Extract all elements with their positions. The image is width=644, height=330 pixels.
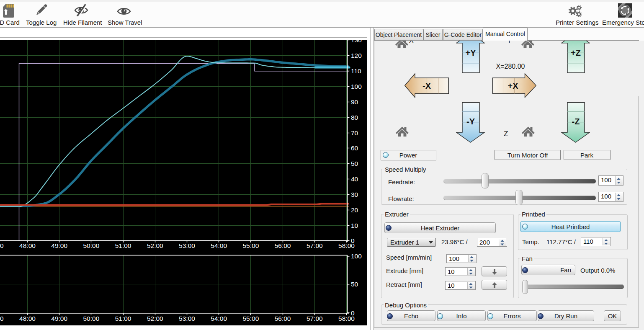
svg-text:55:00: 55:00 (243, 242, 259, 249)
svg-text:-Z: -Z (572, 117, 580, 126)
svg-text:49:00: 49:00 (51, 242, 67, 249)
svg-text:+X: +X (507, 81, 518, 90)
svg-text:50: 50 (351, 160, 358, 167)
svg-text:48:00: 48:00 (19, 242, 36, 249)
svg-text:50:00: 50:00 (83, 242, 100, 249)
svg-text:56:00: 56:00 (275, 315, 291, 322)
svg-text:51:00: 51:00 (115, 315, 131, 322)
svg-text:50: 50 (351, 281, 358, 288)
svg-text:100: 100 (351, 83, 362, 90)
svg-text:55:00: 55:00 (243, 315, 259, 322)
svg-text:130: 130 (351, 40, 362, 44)
svg-text:58:00: 58:00 (338, 315, 355, 322)
svg-text:57:00: 57:00 (307, 315, 323, 322)
svg-text:110: 110 (351, 67, 361, 75)
svg-text:90: 90 (351, 98, 358, 106)
svg-text:47:00: 47:00 (0, 242, 4, 249)
svg-text:40: 40 (351, 175, 358, 183)
svg-text:30: 30 (351, 191, 358, 198)
svg-text:80: 80 (351, 114, 358, 121)
svg-text:58:00: 58:00 (338, 242, 355, 249)
svg-text:48:00: 48:00 (19, 315, 36, 322)
svg-text:+Z: +Z (571, 48, 581, 57)
svg-text:100: 100 (351, 253, 362, 260)
svg-text:56:00: 56:00 (275, 242, 291, 249)
svg-text:+Y: +Y (465, 48, 476, 57)
svg-text:20: 20 (351, 206, 358, 214)
svg-text:54:00: 54:00 (211, 315, 227, 322)
svg-text:52:00: 52:00 (147, 242, 163, 249)
svg-text:50:00: 50:00 (83, 315, 100, 322)
svg-text:10: 10 (351, 222, 358, 229)
svg-text:-Y: -Y (466, 117, 475, 126)
svg-text:53:00: 53:00 (179, 242, 195, 249)
svg-text:-X: -X (422, 81, 431, 90)
svg-text:52:00: 52:00 (147, 315, 163, 322)
svg-text:60: 60 (351, 144, 358, 152)
svg-text:53:00: 53:00 (179, 315, 195, 322)
svg-text:70: 70 (351, 129, 358, 137)
svg-text:49:00: 49:00 (51, 315, 67, 322)
svg-text:57:00: 57:00 (307, 242, 323, 249)
svg-text:120: 120 (351, 52, 362, 59)
svg-text:47:00: 47:00 (0, 315, 4, 322)
svg-text:51:00: 51:00 (115, 242, 131, 249)
svg-text:54:00: 54:00 (211, 242, 227, 249)
